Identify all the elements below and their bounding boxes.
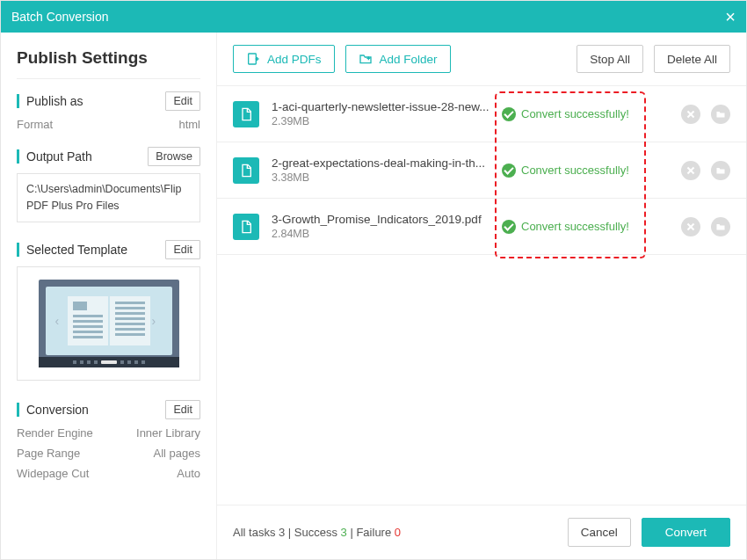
add-folder-label: Add Folder [380,53,438,66]
page-range-row: Page Range All pages [17,447,200,460]
status-text: Convert successfully! [521,164,629,177]
summary-prefix: All tasks [233,526,279,539]
remove-file-button[interactable] [681,161,700,180]
open-folder-button[interactable] [711,217,730,236]
summary-sep2: | Failure [347,526,395,539]
file-info: 2-great-expectations-deal-making-in-th..… [272,156,490,184]
convert-button[interactable]: Convert [642,518,730,547]
file-size: 2.39MB [272,115,490,127]
publish-as-header: Publish as Edit [17,91,200,111]
render-engine-label: Render Engine [17,426,93,440]
task-summary: All tasks 3 | Success 3 | Failure 0 [233,526,401,539]
summary-sep1: | Success [285,526,340,539]
window-title: Batch Conversion [11,10,109,24]
cancel-button[interactable]: Cancel [568,518,631,547]
add-folder-button[interactable]: Add Folder [345,45,451,73]
row-actions [681,217,730,236]
check-circle-icon [502,220,516,234]
status-col: Convert successfully! [502,164,656,178]
divider [17,78,200,79]
pdf-icon [233,157,259,184]
conversion-edit-button[interactable]: Edit [165,400,200,419]
file-name: 1-aci-quarterly-newsletter-issue-28-new.… [272,100,490,113]
file-name: 2-great-expectations-deal-making-in-th..… [272,156,490,170]
file-size: 3.38MB [272,171,490,184]
delete-all-button[interactable]: Delete All [654,45,730,73]
add-pdfs-button[interactable]: Add PDFs [233,45,335,73]
next-page-icon: › [152,316,163,326]
add-pdfs-label: Add PDFs [267,53,322,66]
conversion-title: Conversion [17,403,89,417]
page-range-label: Page Range [17,447,80,460]
stop-all-button[interactable]: Stop All [577,45,643,73]
template-edit-button[interactable]: Edit [165,240,200,259]
file-row: 1-aci-quarterly-newsletter-issue-28-new.… [217,86,746,142]
template-header: Selected Template Edit [17,240,200,259]
content-area: Publish Settings Publish as Edit Format … [1,33,746,559]
remove-file-button[interactable] [681,105,700,124]
pdf-icon [233,214,259,240]
pdf-icon [233,101,259,127]
open-folder-button[interactable] [711,105,730,124]
add-folder-icon [359,52,373,66]
check-circle-icon [502,107,516,121]
publish-as-edit-button[interactable]: Edit [165,91,200,111]
render-engine-value: Inner Library [136,426,200,440]
check-circle-icon [502,164,516,178]
template-preview[interactable]: ‹ › [17,266,200,381]
format-value: html [178,118,200,131]
failure-count: 0 [395,526,401,539]
success-count: 3 [341,526,347,539]
widepage-cut-value: Auto [177,467,200,480]
template-title: Selected Template [17,243,127,257]
close-icon[interactable]: × [725,7,736,27]
conversion-header: Conversion Edit [17,400,200,419]
status-text: Convert successfully! [521,107,629,120]
prev-page-icon: ‹ [55,316,66,326]
widepage-cut-label: Widepage Cut [17,467,89,480]
publish-as-title: Publish as [17,94,83,108]
file-row: 3-Growth_Promise_Indicators_2019.pdf 2.8… [217,199,746,255]
browse-button[interactable]: Browse [148,147,200,166]
sidebar: Publish Settings Publish as Edit Format … [1,33,217,559]
status-col: Convert successfully! [502,107,656,121]
output-path-value: C:\Users\admin\Documents\Flip PDF Plus P… [17,173,200,222]
file-list: 1-aci-quarterly-newsletter-issue-28-new.… [217,85,746,505]
row-actions [681,161,730,180]
toolbar: Add PDFs Add Folder Stop All Delete All [217,33,746,85]
output-path-title: Output Path [17,149,92,164]
template-thumbnail: ‹ › [39,280,179,367]
titlebar: Batch Conversion × [1,1,746,33]
file-info: 1-aci-quarterly-newsletter-issue-28-new.… [272,100,490,127]
main-panel: Add PDFs Add Folder Stop All Delete All … [217,33,746,559]
file-info: 3-Growth_Promise_Indicators_2019.pdf 2.8… [272,213,490,240]
status-text: Convert successfully! [521,220,629,233]
file-row: 2-great-expectations-deal-making-in-th..… [217,142,746,199]
file-size: 2.84MB [272,228,490,240]
remove-file-button[interactable] [681,217,700,236]
svg-rect-0 [249,54,257,64]
render-engine-row: Render Engine Inner Library [17,426,200,440]
output-path-header: Output Path Browse [17,147,200,166]
row-actions [681,105,730,124]
footer: All tasks 3 | Success 3 | Failure 0 Canc… [217,505,746,559]
format-row: Format html [17,118,200,131]
add-pdf-icon [246,52,260,66]
file-name: 3-Growth_Promise_Indicators_2019.pdf [272,213,490,226]
widepage-cut-row: Widepage Cut Auto [17,467,200,480]
format-label: Format [17,118,53,131]
open-folder-button[interactable] [711,161,730,180]
page-range-value: All pages [154,447,200,460]
status-col: Convert successfully! [502,220,656,234]
sidebar-heading: Publish Settings [17,48,200,68]
